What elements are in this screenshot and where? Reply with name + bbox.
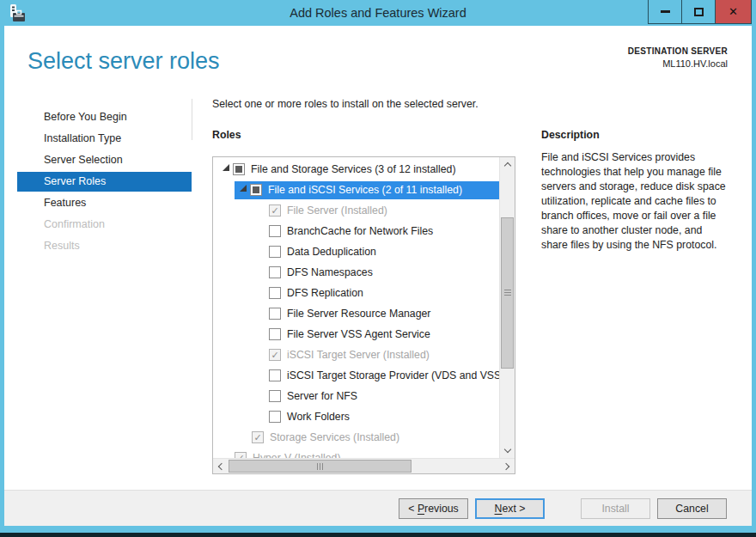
role-label: File and iSCSI Services (2 of 11 install…: [268, 184, 462, 196]
maximize-icon: [694, 8, 704, 16]
tree-row-iscsi-target-storage-provider-vds-and-vss-hardware-providers[interactable]: iSCSI Target Storage Provider (VDS and V…: [213, 365, 499, 386]
previous-button[interactable]: < Previous: [399, 498, 468, 519]
role-checkbox[interactable]: [269, 390, 281, 402]
sidebar-item-before-you-begin[interactable]: Before You Begin: [17, 107, 192, 127]
role-label: iSCSI Target Storage Provider (VDS and V…: [287, 369, 499, 381]
destination-server-name: ML110.HV.local: [628, 58, 728, 69]
role-label: File Server VSS Agent Service: [287, 328, 430, 340]
role-checkbox[interactable]: [233, 163, 245, 175]
close-icon: [729, 5, 738, 18]
role-checkbox: [252, 431, 264, 443]
close-button[interactable]: [715, 0, 752, 24]
roles-label: Roles: [212, 129, 241, 141]
role-checkbox: [269, 349, 281, 361]
description-heading: Description: [541, 129, 600, 141]
role-label: iSCSI Target Server (Installed): [287, 349, 430, 361]
sidebar-item-confirmation: Confirmation: [17, 215, 192, 235]
sidebar-item-server-selection[interactable]: Server Selection: [17, 150, 192, 170]
role-checkbox[interactable]: [269, 308, 281, 320]
sidebar-item-installation-type[interactable]: Installation Type: [17, 129, 192, 149]
tree-row-server-for-nfs[interactable]: Server for NFS: [213, 386, 499, 406]
expand-collapse-icon[interactable]: [219, 164, 233, 174]
roles-tree-rows: File and Storage Services (3 of 12 insta…: [213, 159, 499, 458]
sidebar-item-server-roles[interactable]: Server Roles: [17, 172, 192, 192]
scroll-down-icon[interactable]: [500, 443, 515, 458]
role-checkbox[interactable]: [250, 184, 262, 196]
role-label: File Server (Installed): [287, 204, 387, 217]
scroll-right-icon[interactable]: [500, 459, 515, 473]
role-checkbox[interactable]: [269, 328, 281, 340]
maximize-button[interactable]: [681, 0, 716, 24]
thumb-grip-icon: [504, 290, 511, 296]
role-label: Hyper-V (Installed): [253, 452, 341, 458]
minimize-icon: [661, 10, 670, 13]
sidebar-item-results: Results: [17, 236, 192, 256]
add-roles-wizard-window: Add Roles and Features Wizard Select ser…: [0, 0, 756, 537]
cancel-button[interactable]: Cancel: [657, 498, 727, 519]
expand-collapse-icon[interactable]: [236, 185, 250, 195]
tree-row-work-folders[interactable]: Work Folders: [213, 406, 499, 427]
window-title: Add Roles and Features Wizard: [0, 0, 756, 26]
horizontal-scrollbar[interactable]: [213, 458, 515, 473]
vertical-scrollbar-thumb[interactable]: [501, 217, 514, 369]
page-title: Select server roles: [27, 48, 220, 75]
wizard-client-area: Select server roles DESTINATION SERVER M…: [4, 26, 752, 526]
role-label: Data Deduplication: [287, 246, 376, 258]
role-label: DFS Replication: [287, 287, 363, 299]
minimize-button[interactable]: [648, 0, 682, 24]
wizard-footer: < PreviousNext >InstallCancel: [4, 490, 752, 526]
vertical-scrollbar[interactable]: [499, 157, 515, 458]
tree-row-iscsi-target-server-installed[interactable]: iSCSI Target Server (Installed): [213, 345, 499, 365]
role-label: File and Storage Services (3 of 12 insta…: [251, 163, 456, 175]
role-checkbox[interactable]: [269, 266, 281, 278]
roles-tree-viewport: File and Storage Services (3 of 12 insta…: [213, 157, 499, 458]
tree-row-hyper-v-installed[interactable]: Hyper-V (Installed): [213, 448, 499, 458]
tree-row-file-server-resource-manager[interactable]: File Server Resource Manager: [213, 303, 499, 324]
scroll-up-icon[interactable]: [500, 157, 515, 172]
role-checkbox: [235, 452, 247, 458]
tree-row-file-and-storage-services-3-of-12-installed[interactable]: File and Storage Services (3 of 12 insta…: [213, 159, 499, 180]
thumb-grip-icon: [317, 463, 324, 470]
instruction-text: Select one or more roles to install on t…: [212, 98, 479, 110]
sidebar-item-features[interactable]: Features: [17, 193, 192, 213]
sidebar-divider: [192, 99, 192, 140]
role-label: BranchCache for Network Files: [287, 225, 433, 237]
role-checkbox[interactable]: [269, 369, 281, 381]
tree-row-storage-services-installed[interactable]: Storage Services (Installed): [213, 427, 499, 448]
role-label: Server for NFS: [287, 390, 357, 402]
roles-tree: File and Storage Services (3 of 12 insta…: [212, 156, 515, 474]
scroll-left-icon[interactable]: [213, 459, 228, 473]
description-text: File and iSCSI Services provides technol…: [541, 150, 731, 253]
role-label: Work Folders: [287, 411, 350, 423]
horizontal-scrollbar-thumb[interactable]: [229, 460, 412, 473]
tree-row-branchcache-for-network-files[interactable]: BranchCache for Network Files: [213, 221, 499, 241]
wizard-steps-sidebar: Before You BeginInstallation TypeServer …: [17, 106, 192, 258]
role-checkbox[interactable]: [269, 411, 281, 423]
role-checkbox[interactable]: [269, 246, 281, 258]
window-bottom-edge: [0, 533, 756, 537]
role-label: DFS Namespaces: [287, 266, 373, 278]
tree-row-dfs-namespaces[interactable]: DFS Namespaces: [213, 262, 499, 283]
install-button: Install: [581, 498, 650, 519]
tree-row-data-deduplication[interactable]: Data Deduplication: [213, 241, 499, 262]
role-checkbox: [269, 204, 281, 217]
tree-row-file-and-iscsi-services-2-of-11-installed[interactable]: File and iSCSI Services (2 of 11 install…: [213, 180, 499, 200]
destination-server-label: DESTINATION SERVER: [628, 46, 728, 56]
role-label: Storage Services (Installed): [270, 431, 399, 443]
role-checkbox[interactable]: [269, 225, 281, 237]
window-controls: [649, 0, 752, 24]
role-checkbox[interactable]: [269, 287, 281, 299]
next-button[interactable]: Next >: [475, 498, 545, 519]
titlebar: Add Roles and Features Wizard: [0, 0, 756, 26]
tree-row-file-server-installed[interactable]: File Server (Installed): [213, 200, 499, 221]
destination-server-block: DESTINATION SERVER ML110.HV.local: [628, 46, 728, 69]
tree-row-file-server-vss-agent-service[interactable]: File Server VSS Agent Service: [213, 324, 499, 345]
tree-row-dfs-replication[interactable]: DFS Replication: [213, 283, 499, 303]
role-label: File Server Resource Manager: [287, 308, 430, 320]
